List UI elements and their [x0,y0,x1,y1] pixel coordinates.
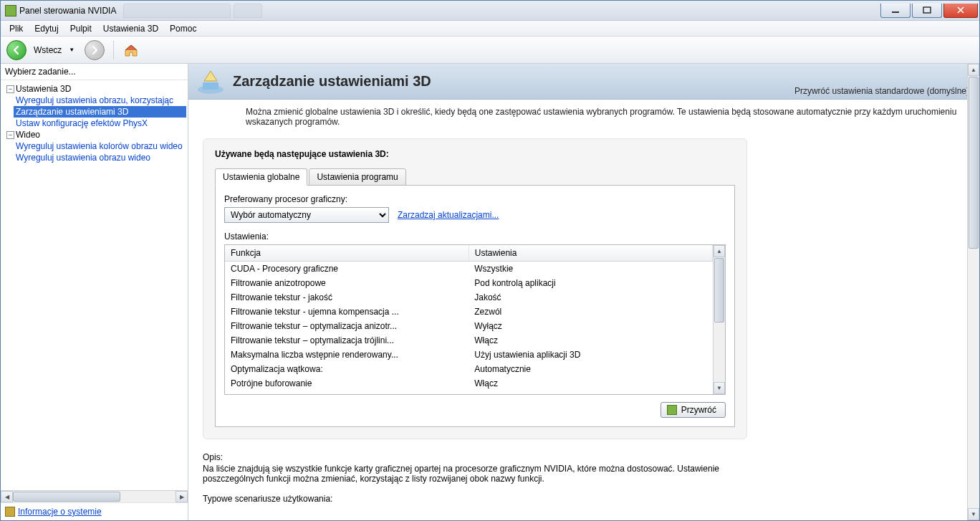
page-description: Można zmienić globalne ustawienia 3D i o… [188,100,979,134]
menu-edit[interactable]: Edytuj [29,22,64,35]
content-area: Zarządzanie ustawieniami 3D Przywróć ust… [188,64,979,520]
table-row: Filtrowanie tekstur – optymalizacja aniz… [225,319,713,333]
settings-label: Ustawienia: [224,231,726,242]
svg-rect-0 [892,11,899,13]
back-dropdown-icon[interactable]: ▼ [69,47,75,53]
menu-help[interactable]: Pomoc [164,22,202,35]
page-title: Zarządzanie ustawieniami 3D [233,73,431,90]
table-row: Potrójne buforowanieWłącz [225,376,713,391]
nvidia-icon [667,405,677,415]
menubar: Plik Edytuj Pulpit Ustawienia 3D Pomoc [1,21,979,37]
scroll-up-icon[interactable]: ▲ [968,64,979,76]
restore-defaults-link[interactable]: Przywróć ustawienia standardowe (domyśln… [794,86,969,96]
col-feature[interactable]: Funkcja [225,245,469,262]
table-v-scrollbar[interactable]: ▲ ▼ [713,245,725,394]
forward-button[interactable] [85,40,105,60]
minimize-button[interactable] [880,4,911,18]
menu-desktop[interactable]: Pulpit [64,22,97,35]
tree-group-label: Wideo [16,130,40,140]
gpu-select[interactable]: Wybór automatyczny [224,207,389,223]
task-tree: − Ustawienia 3D Wyreguluj ustawienia obr… [1,80,188,490]
svg-rect-3 [203,82,218,90]
background-tab [234,4,262,18]
scroll-down-icon[interactable]: ▼ [968,508,979,520]
restore-button[interactable]: Przywróć [660,402,726,418]
panel-title: Używane będą następujące ustawienia 3D: [215,149,735,159]
tree-item-physx[interactable]: Ustaw konfigurację efektów PhysX [14,118,186,129]
desc-label: Opis: [203,452,733,462]
tree-group-3d[interactable]: − Ustawienia 3D [2,83,186,95]
table-row: Filtrowanie tekstur - ujemna kompensacja… [225,305,713,319]
home-button[interactable] [123,42,140,59]
window-controls [879,4,978,18]
restore-button-label: Przywróć [681,405,716,415]
tree-item-video-color[interactable]: Wyreguluj ustawienia kolorów obrazu wide… [14,140,186,152]
col-setting[interactable]: Ustawienia [469,245,712,262]
body: Wybierz zadanie... − Ustawienia 3D Wyreg… [1,64,979,520]
content-v-scrollbar[interactable]: ▲ ▼ [967,64,979,520]
gpu-label: Preferowany procesor graficzny: [224,194,726,204]
system-info-link[interactable]: Informacje o systemie [18,507,102,517]
window-title: Panel sterowania NVIDIA [19,6,123,16]
manage-updates-link[interactable]: Zarzadzaj aktualizacjami... [398,210,499,220]
toolbar-separator [113,41,114,59]
titlebar: Panel sterowania NVIDIA [1,1,979,21]
tree-item-manage-3d[interactable]: Zarządzanie ustawieniami 3D [14,106,186,118]
sidebar-h-scrollbar[interactable]: ◀ ▶ [1,490,188,502]
page-header: Zarządzanie ustawieniami 3D Przywróć ust… [188,64,979,100]
scroll-right-icon[interactable]: ▶ [176,491,188,502]
table-row: Filtrowanie tekstur - jakośćJakość [225,290,713,305]
menu-settings-3d[interactable]: Ustawienia 3D [97,22,164,35]
tree-item-adjust-image[interactable]: Wyreguluj ustawienia obrazu, korzystając [14,95,186,106]
tab-panel-global: Preferowany procesor graficzny: Wybór au… [215,185,735,427]
background-tab [123,4,231,18]
scroll-down-icon[interactable]: ▼ [714,382,725,394]
table-row: Maksymalna liczba wstępnie renderowany..… [225,348,713,362]
menu-file[interactable]: Plik [4,22,29,35]
page-header-icon [196,68,226,95]
tree-group-label: Ustawienia 3D [16,84,71,94]
system-info-row: Informacje o systemie [1,502,188,520]
system-info-icon [5,507,15,517]
settings-panel: Używane będą następujące ustawienia 3D: … [203,138,747,439]
maximize-button[interactable] [912,4,942,18]
svg-rect-1 [923,7,931,13]
table-row: Filtrowanie tekstur – optymalizacja trój… [225,333,713,348]
tab-program-settings[interactable]: Ustawienia programu [309,168,405,186]
sidebar-header: Wybierz zadanie... [1,64,188,80]
scroll-thumb[interactable] [969,77,979,249]
table-row: CUDA - Procesory graficzneWszystkie [225,262,713,277]
table-row: Optymalizacja wątkowa:Automatycznie [225,362,713,376]
scroll-thumb[interactable] [13,492,120,502]
scenarios-label: Typowe scenariusze użytkowania: [203,494,733,504]
scroll-left-icon[interactable]: ◀ [1,491,13,502]
tree-group-video[interactable]: − Wideo [2,129,186,140]
tree-item-video-image[interactable]: Wyreguluj ustawienia obrazu wideo [14,152,186,163]
tabstrip: Ustawienia globalne Ustawienia programu [215,168,735,186]
toolbar: Wstecz ▼ [1,37,979,64]
back-button[interactable] [6,40,27,60]
background-tabs [123,4,879,18]
back-label: Wstecz [34,45,62,55]
settings-table[interactable]: Funkcja Ustawienia CUDA - Procesory graf… [225,245,713,394]
table-row: Przyspieszenie wieloekranowe/różne proc.… [225,391,713,394]
app-window: Panel sterowania NVIDIA Plik Edytuj Pulp… [0,0,980,521]
scroll-up-icon[interactable]: ▲ [714,245,725,257]
close-button[interactable] [943,4,978,18]
sidebar: Wybierz zadanie... − Ustawienia 3D Wyreg… [1,64,188,520]
footer-description: Opis: Na liście znajdują się wszystkie f… [203,452,733,504]
desc-body: Na liście znajdują się wszystkie funkcje… [203,464,733,484]
settings-table-container: Funkcja Ustawienia CUDA - Procesory graf… [224,244,726,395]
collapse-icon[interactable]: − [6,131,14,139]
table-row: Filtrowanie anizotropowePod kontrolą apl… [225,276,713,290]
nvidia-app-icon [5,5,16,16]
collapse-icon[interactable]: − [6,85,14,93]
scroll-thumb[interactable] [714,258,724,322]
tab-global-settings[interactable]: Ustawienia globalne [215,168,307,186]
